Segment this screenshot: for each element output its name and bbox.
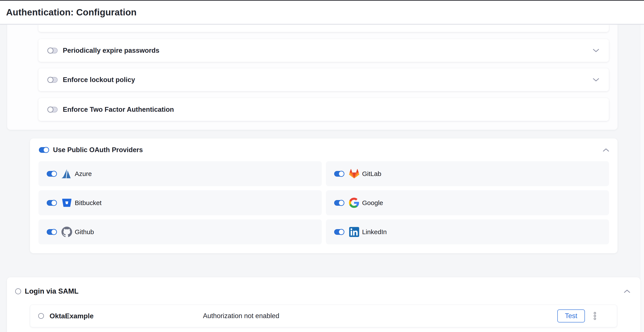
expire-passwords-toggle[interactable] bbox=[48, 48, 58, 53]
bitbucket-icon bbox=[61, 197, 72, 208]
chevron-up-icon[interactable] bbox=[603, 148, 609, 152]
saml-provider-row[interactable]: OktaExample Authorization not enabled Te… bbox=[30, 305, 617, 327]
setting-row-two-factor[interactable]: Enforce Two Factor Authentication bbox=[38, 98, 609, 121]
kebab-dot bbox=[594, 318, 596, 320]
password-policy-card: Periodically expire passwords Enforce lo… bbox=[7, 24, 618, 130]
provider-grid: Azure GitLab bbox=[38, 161, 609, 244]
gitlab-toggle[interactable] bbox=[334, 171, 344, 177]
linkedin-toggle[interactable] bbox=[334, 229, 344, 235]
github-icon bbox=[61, 227, 72, 237]
provider-label: Google bbox=[362, 199, 383, 207]
two-factor-toggle[interactable] bbox=[48, 107, 58, 112]
saml-section-card: Login via SAML OktaExample Authorization… bbox=[7, 277, 640, 332]
toggle-knob bbox=[47, 47, 54, 54]
oauth-providers-card: Use Public OAuth Providers Azure bbox=[30, 139, 618, 253]
saml-header-row: Login via SAML bbox=[7, 277, 640, 305]
setting-label: Periodically expire passwords bbox=[63, 47, 160, 54]
page-title: Authentication: Configuration bbox=[6, 7, 137, 17]
bitbucket-toggle[interactable] bbox=[47, 200, 57, 206]
gitlab-icon bbox=[349, 168, 360, 179]
google-icon bbox=[349, 197, 360, 208]
github-toggle[interactable] bbox=[47, 229, 57, 235]
toggle-knob bbox=[338, 229, 344, 235]
lockout-policy-toggle[interactable] bbox=[48, 77, 58, 83]
page-header: Authentication: Configuration bbox=[0, 1, 644, 24]
setting-row-clipped[interactable] bbox=[38, 24, 609, 32]
provider-row-google[interactable]: Google bbox=[326, 190, 609, 215]
provider-label: LinkedIn bbox=[362, 228, 387, 236]
azure-icon bbox=[61, 168, 72, 179]
provider-row-gitlab[interactable]: GitLab bbox=[326, 161, 609, 186]
provider-row-bitbucket[interactable]: Bitbucket bbox=[38, 190, 322, 215]
saml-provider-name: OktaExample bbox=[50, 312, 94, 320]
oauth-master-toggle[interactable] bbox=[39, 147, 49, 153]
saml-section-title: Login via SAML bbox=[25, 287, 79, 295]
azure-toggle[interactable] bbox=[47, 171, 57, 177]
setting-row-expire-passwords[interactable]: Periodically expire passwords bbox=[38, 39, 609, 62]
toggle-knob bbox=[338, 200, 344, 206]
chevron-up-icon[interactable] bbox=[624, 289, 630, 293]
setting-row-lockout-policy[interactable]: Enforce lockout policy bbox=[38, 68, 609, 91]
setting-label: Enforce Two Factor Authentication bbox=[63, 106, 174, 114]
provider-label: Github bbox=[75, 228, 94, 236]
toggle-knob bbox=[47, 107, 54, 113]
kebab-dot bbox=[594, 312, 596, 314]
chevron-down-icon[interactable] bbox=[593, 78, 599, 82]
provider-label: Azure bbox=[75, 170, 92, 177]
google-toggle[interactable] bbox=[334, 200, 344, 206]
toggle-knob bbox=[47, 77, 54, 83]
saml-provider-status: Authorization not enabled bbox=[203, 312, 280, 320]
test-button[interactable]: Test bbox=[557, 310, 585, 323]
vertical-scrollbar[interactable] bbox=[640, 24, 644, 332]
provider-label: Bitbucket bbox=[75, 199, 102, 207]
provider-label: GitLab bbox=[362, 170, 381, 177]
linkedin-icon bbox=[349, 227, 360, 237]
oauth-section-title: Use Public OAuth Providers bbox=[53, 146, 143, 154]
kebab-menu-icon[interactable] bbox=[594, 312, 596, 320]
okta-radio[interactable] bbox=[38, 313, 44, 319]
provider-row-github[interactable]: Github bbox=[38, 219, 322, 244]
provider-row-linkedin[interactable]: LinkedIn bbox=[326, 219, 609, 244]
toggle-knob bbox=[51, 200, 57, 206]
toggle-knob bbox=[51, 229, 57, 235]
toggle-knob bbox=[51, 171, 57, 177]
toggle-knob bbox=[43, 147, 49, 153]
provider-row-azure[interactable]: Azure bbox=[38, 161, 322, 186]
setting-label: Enforce lockout policy bbox=[63, 76, 135, 84]
oauth-header-row: Use Public OAuth Providers bbox=[30, 139, 618, 161]
toggle-knob bbox=[338, 171, 344, 177]
kebab-dot bbox=[594, 315, 596, 317]
saml-radio[interactable] bbox=[15, 288, 21, 294]
chevron-down-icon[interactable] bbox=[593, 49, 599, 52]
